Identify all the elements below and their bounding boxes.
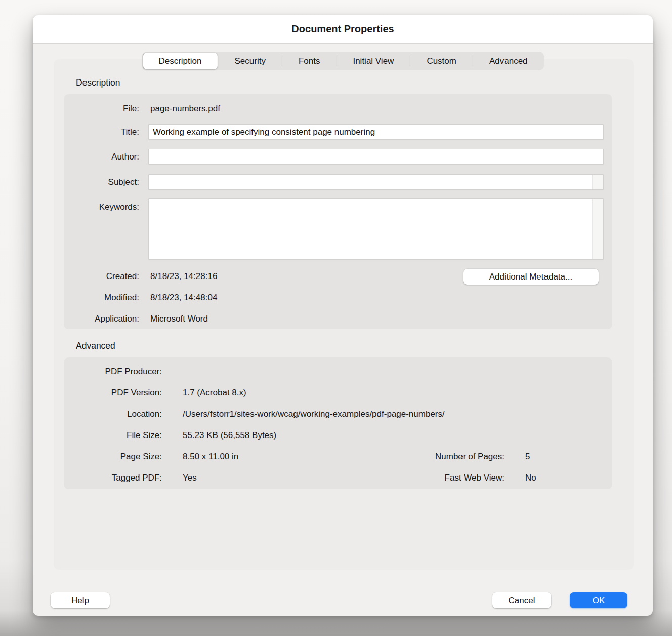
keywords-textarea[interactable] bbox=[149, 199, 592, 259]
location-label: Location: bbox=[64, 408, 162, 421]
subject-field bbox=[148, 174, 604, 190]
ok-button[interactable]: OK bbox=[570, 592, 627, 608]
fast-web-view-value: No bbox=[525, 471, 536, 485]
created-label: Created: bbox=[64, 270, 139, 283]
tab-custom[interactable]: Custom bbox=[410, 52, 473, 70]
application-label: Application: bbox=[64, 312, 139, 326]
fast-web-view-label: Fast Web View: bbox=[367, 471, 505, 485]
location-value: /Users/fstorr1/sites-work/wcag/working-e… bbox=[183, 408, 445, 421]
description-tab-panel: Description File: page-numbers.pdf Title… bbox=[54, 59, 634, 570]
number-of-pages-value: 5 bbox=[525, 450, 530, 463]
modified-label: Modified: bbox=[64, 291, 139, 304]
tagged-pdf-label: Tagged PDF: bbox=[64, 471, 162, 485]
dialog-titlebar[interactable]: Document Properties bbox=[33, 15, 653, 44]
tab-fonts[interactable]: Fonts bbox=[282, 52, 337, 70]
author-label: Author: bbox=[64, 149, 139, 165]
tab-initial-view[interactable]: Initial View bbox=[337, 52, 410, 70]
subject-input[interactable] bbox=[149, 175, 592, 189]
description-group-box: File: page-numbers.pdf Title: Author: Su… bbox=[64, 94, 612, 329]
pdf-version-value: 1.7 (Acrobat 8.x) bbox=[183, 386, 246, 400]
screen: { "window": { "title": "Document Propert… bbox=[0, 0, 672, 636]
help-button[interactable]: Help bbox=[51, 592, 110, 608]
document-properties-dialog: Document Properties Description Security… bbox=[33, 15, 653, 616]
tab-description[interactable]: Description bbox=[143, 53, 217, 69]
subject-label: Subject: bbox=[64, 174, 139, 190]
keywords-field bbox=[148, 198, 604, 260]
additional-metadata-button[interactable]: Additional Metadata... bbox=[463, 269, 599, 285]
title-label: Title: bbox=[64, 124, 139, 140]
page-size-value: 8.50 x 11.00 in bbox=[183, 450, 238, 463]
description-section-heading: Description bbox=[76, 77, 120, 88]
title-input[interactable] bbox=[148, 124, 604, 140]
dialog-title: Document Properties bbox=[291, 23, 394, 35]
application-value: Microsoft Word bbox=[150, 312, 208, 326]
file-size-label: File Size: bbox=[64, 429, 162, 442]
keywords-label: Keywords: bbox=[64, 201, 139, 214]
subject-scrollbar-track[interactable] bbox=[592, 175, 603, 189]
tab-advanced[interactable]: Advanced bbox=[473, 52, 544, 70]
tab-bar: Description Security Fonts Initial View … bbox=[142, 52, 543, 70]
tagged-pdf-value: Yes bbox=[183, 471, 197, 485]
number-of-pages-label: Number of Pages: bbox=[367, 450, 505, 463]
cancel-button[interactable]: Cancel bbox=[492, 592, 551, 608]
tab-security[interactable]: Security bbox=[218, 52, 281, 70]
file-label: File: bbox=[64, 102, 139, 115]
file-size-value: 55.23 KB (56,558 Bytes) bbox=[183, 429, 276, 442]
created-value: 8/18/23, 14:28:16 bbox=[150, 270, 217, 283]
advanced-group-box: PDF Producer: PDF Version: 1.7 (Acrobat … bbox=[64, 357, 612, 489]
advanced-section-heading: Advanced bbox=[76, 341, 115, 351]
page-size-label: Page Size: bbox=[64, 450, 162, 463]
keywords-scrollbar-track[interactable] bbox=[592, 199, 603, 259]
pdf-producer-label: PDF Producer: bbox=[64, 365, 162, 378]
file-value: page-numbers.pdf bbox=[150, 102, 220, 115]
pdf-version-label: PDF Version: bbox=[64, 386, 162, 400]
modified-value: 8/18/23, 14:48:04 bbox=[150, 291, 217, 304]
author-input[interactable] bbox=[148, 149, 604, 165]
